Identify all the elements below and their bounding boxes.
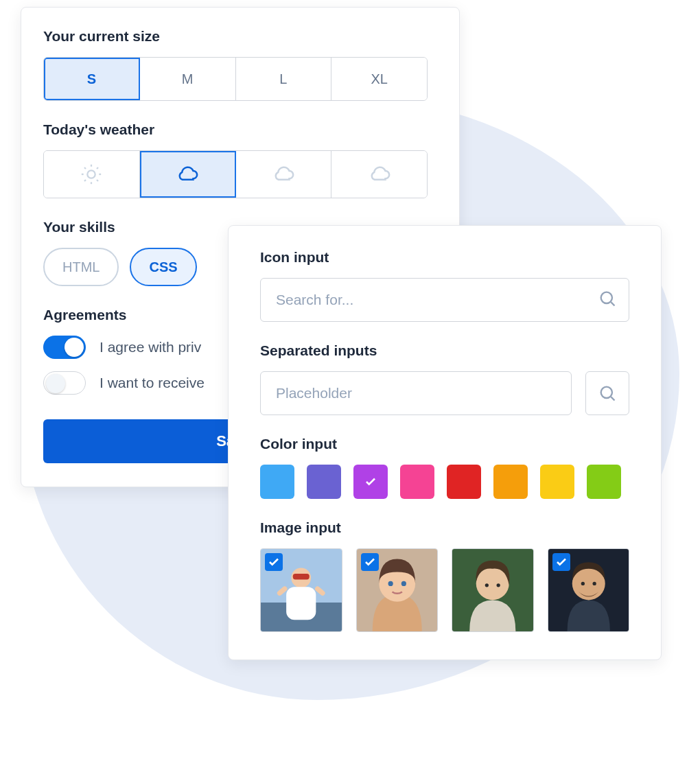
size-section: Your current size S M L XL — [43, 28, 437, 101]
check-icon — [555, 556, 568, 568]
image-check-badge — [361, 553, 379, 571]
size-option-xl[interactable]: XL — [331, 58, 427, 100]
cloud-icon — [368, 163, 391, 186]
svg-line-4 — [97, 180, 98, 181]
image-input-label: Image input — [260, 519, 629, 536]
image-option[interactable] — [356, 548, 439, 632]
separated-inputs-label: Separated inputs — [260, 342, 629, 359]
separated-row — [260, 371, 629, 415]
separated-inputs-section: Separated inputs — [260, 342, 629, 415]
svg-point-31 — [581, 582, 584, 585]
icon-input-wrap — [260, 278, 629, 322]
color-swatch-row — [260, 465, 629, 499]
separated-input[interactable] — [260, 371, 572, 415]
svg-point-0 — [88, 170, 95, 178]
weather-option-cloud-alt2[interactable] — [331, 151, 427, 198]
svg-point-11 — [601, 387, 612, 398]
cloud-icon — [272, 163, 295, 186]
image-check-badge — [265, 553, 283, 571]
size-label: Your current size — [43, 28, 437, 45]
weather-option-cloud[interactable] — [140, 151, 236, 198]
size-option-s[interactable]: S — [44, 58, 140, 100]
newsletter-toggle[interactable] — [43, 371, 86, 395]
agreement-text: I want to receive — [100, 375, 205, 391]
privacy-toggle[interactable] — [43, 336, 86, 359]
weather-label: Today's weather — [43, 121, 437, 138]
color-swatch[interactable] — [260, 465, 294, 499]
skill-pill-css[interactable]: CSS — [130, 248, 196, 286]
image-option[interactable] — [260, 548, 342, 632]
color-swatch[interactable] — [447, 465, 481, 499]
svg-rect-19 — [293, 574, 310, 579]
image-picker-row — [260, 548, 629, 632]
weather-option-sun[interactable] — [44, 151, 140, 198]
separated-search-button[interactable] — [585, 371, 629, 415]
size-segmented-control: S M L XL — [43, 57, 428, 101]
size-option-m[interactable]: M — [140, 58, 236, 100]
svg-point-28 — [497, 583, 500, 587]
color-swatch-selected[interactable] — [353, 465, 388, 499]
weather-segmented-control — [43, 150, 428, 198]
svg-point-27 — [485, 583, 489, 587]
form-card-secondary: Icon input Separated inputs Color input — [228, 225, 662, 660]
weather-section: Today's weather — [43, 121, 437, 198]
cloud-icon — [176, 163, 199, 186]
color-input-section: Color input — [260, 436, 629, 499]
svg-line-8 — [97, 167, 98, 169]
color-swatch[interactable] — [587, 465, 621, 499]
search-icon — [598, 289, 617, 311]
svg-point-32 — [592, 582, 596, 585]
svg-line-12 — [611, 397, 614, 400]
toggle-knob — [46, 374, 65, 393]
icon-input-section: Icon input — [260, 249, 629, 322]
weather-option-cloud-alt1[interactable] — [236, 151, 332, 198]
svg-point-9 — [601, 292, 612, 303]
skill-pill-html[interactable]: HTML — [43, 248, 119, 286]
svg-point-22 — [388, 581, 393, 586]
svg-point-23 — [401, 581, 406, 586]
size-option-l[interactable]: L — [236, 58, 332, 100]
svg-rect-16 — [286, 587, 316, 620]
check-icon — [364, 556, 376, 568]
image-option[interactable] — [548, 548, 630, 632]
image-option[interactable] — [452, 548, 534, 632]
image-input-section: Image input — [260, 519, 629, 632]
agreement-text: I agree with priv — [100, 339, 201, 355]
search-icon — [598, 384, 617, 403]
color-swatch[interactable] — [540, 465, 574, 499]
svg-line-7 — [84, 180, 86, 181]
color-input-label: Color input — [260, 436, 629, 452]
svg-line-3 — [84, 167, 86, 169]
icon-input-label: Icon input — [260, 249, 629, 266]
sun-icon — [80, 163, 103, 186]
color-swatch[interactable] — [307, 465, 341, 499]
check-icon — [364, 476, 377, 488]
search-input[interactable] — [260, 278, 629, 322]
color-swatch[interactable] — [400, 465, 434, 499]
svg-line-10 — [611, 302, 614, 305]
image-check-badge — [552, 553, 570, 571]
toggle-knob — [65, 338, 84, 357]
check-icon — [268, 556, 280, 568]
color-swatch[interactable] — [493, 465, 528, 499]
avatar-placeholder-icon — [452, 549, 533, 631]
